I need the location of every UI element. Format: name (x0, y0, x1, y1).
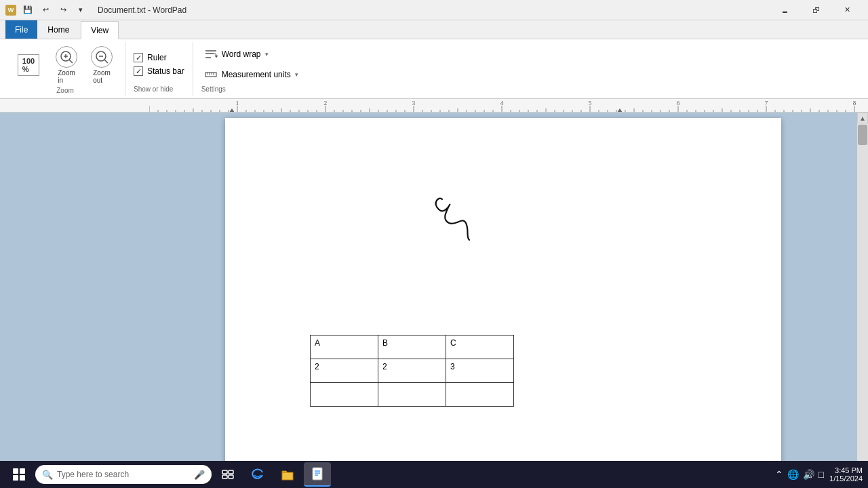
settings-group: Word wrap ▾ Measurement units ▾ Settings (193, 42, 309, 96)
microphone-icon: 🎤 (194, 470, 205, 480)
table-row-2 (311, 383, 514, 407)
zoom-group-label: Zoom (56, 87, 74, 94)
start-square-2 (20, 468, 25, 474)
quick-access-toolbar: 💾 ↩ ↪ ▾ (20, 3, 88, 18)
clock-time: 3:45 PM (829, 466, 863, 474)
zoom-100-text: 100% (22, 57, 35, 73)
measurement-units-dropdown-arrow: ▾ (295, 71, 298, 78)
table-row-1: 2 2 3 (311, 359, 514, 383)
table-cell-c: C (446, 336, 514, 359)
main-area: A B C 2 2 3 ▲ (0, 113, 868, 470)
ruler-container (0, 99, 868, 113)
edge-browser-button[interactable] (244, 462, 271, 487)
svg-line-3 (69, 60, 73, 63)
document-area: A B C 2 2 3 (149, 113, 857, 470)
statusbar-label: Status bar (147, 66, 184, 76)
tab-file[interactable]: File (5, 20, 37, 39)
tray-up-arrow[interactable]: ⌃ (775, 469, 783, 480)
zoom-100-icon: 100% (18, 54, 39, 76)
svg-rect-20 (313, 468, 322, 480)
redo-button[interactable]: ↪ (56, 3, 71, 18)
measurement-units-button[interactable]: Measurement units ▾ (201, 66, 301, 83)
clock-date: 1/15/2024 (829, 474, 863, 483)
clock[interactable]: 3:45 PM 1/15/2024 (829, 466, 863, 483)
zoom-in-button[interactable]: Zoomin (52, 45, 81, 85)
ruler-checkbox-item[interactable]: Ruler (134, 53, 184, 62)
svg-rect-15 (222, 470, 227, 474)
start-button[interactable] (5, 462, 33, 487)
file-explorer-button[interactable] (274, 462, 301, 487)
action-center-icon[interactable]: □ (818, 469, 824, 480)
speaker-icon[interactable]: 🔊 (803, 469, 814, 480)
ribbon-content: 100% Zoomin (0, 39, 868, 99)
word-wrap-dropdown-arrow: ▾ (265, 51, 269, 58)
table-cell-b: B (378, 336, 446, 359)
scroll-up-arrow[interactable]: ▲ (857, 113, 868, 123)
task-view-button[interactable] (214, 462, 241, 487)
vertical-scrollbar[interactable]: ▲ (857, 113, 868, 470)
ruler-label: Ruler (147, 53, 167, 62)
quick-access-dropdown[interactable]: ▾ (73, 3, 88, 18)
wordpad-icon (310, 466, 325, 481)
statusbar-checkbox-item[interactable]: Status bar (134, 66, 184, 76)
svg-rect-16 (229, 470, 233, 474)
table-cell-a: A (311, 336, 378, 359)
measurement-units-label: Measurement units (222, 70, 291, 79)
tab-home[interactable]: Home (37, 20, 79, 39)
search-placeholder: Type here to search (57, 470, 190, 479)
scrollbar-thumb[interactable] (858, 125, 867, 145)
zoom-group: 100% Zoomin (5, 42, 125, 96)
document-table: A B C 2 2 3 (310, 335, 514, 407)
table-header-row: A B C (311, 336, 514, 359)
close-button[interactable]: ✕ (831, 0, 863, 20)
table-cell-2a: 2 (311, 359, 378, 383)
settings-items: Word wrap ▾ Measurement units ▾ (201, 45, 301, 84)
tray-icons: ⌃ 🌐 🔊 □ (775, 469, 824, 480)
svg-line-6 (104, 60, 108, 63)
zoom-in-label: Zoomin (58, 69, 75, 84)
table-cell-3c (446, 383, 514, 407)
network-icon[interactable]: 🌐 (787, 469, 799, 480)
statusbar-checkbox[interactable] (134, 66, 143, 76)
task-view-icon (221, 469, 235, 480)
file-explorer-icon (280, 467, 295, 482)
search-icon: 🔍 (42, 470, 53, 480)
save-button[interactable]: 💾 (20, 3, 35, 18)
drawing-area (429, 186, 510, 256)
zoom-buttons: 100% Zoomin (14, 45, 117, 85)
wordpad-button[interactable] (304, 462, 331, 487)
zoom-in-icon (56, 46, 77, 68)
undo-button[interactable]: ↩ (38, 3, 53, 18)
document-page: A B C 2 2 3 (225, 118, 781, 470)
tab-view[interactable]: View (81, 21, 119, 39)
svg-rect-19 (282, 472, 293, 480)
word-wrap-button[interactable]: Word wrap ▾ (201, 46, 301, 62)
window-controls: 🗕 🗗 ✕ (769, 0, 863, 20)
start-square-4 (20, 475, 25, 481)
title-bar-left: W 💾 ↩ ↪ ▾ Document.txt - WordPad (5, 3, 186, 18)
svg-rect-10 (205, 73, 216, 77)
showhide-items: Ruler Status bar (134, 45, 184, 84)
minimize-button[interactable]: 🗕 (769, 0, 800, 20)
title-bar: W 💾 ↩ ↪ ▾ Document.txt - WordPad 🗕 🗗 ✕ (0, 0, 868, 20)
zoom-out-button[interactable]: Zoomout (87, 45, 117, 85)
taskbar-search[interactable]: 🔍 Type here to search 🎤 (35, 465, 212, 484)
zoom-out-label: Zoomout (93, 69, 111, 84)
svg-rect-18 (229, 475, 233, 479)
edge-icon (250, 467, 265, 482)
table-cell-3b (378, 383, 446, 407)
start-square-1 (13, 468, 18, 474)
showhide-group-label: Show or hide (134, 85, 184, 93)
windows-icon (13, 468, 25, 481)
table-cell-2c: 3 (446, 359, 514, 383)
table-cell-2b: 2 (378, 359, 446, 383)
window-title: Document.txt - WordPad (98, 5, 186, 15)
zoom-100-button[interactable]: 100% (14, 53, 43, 77)
maximize-button[interactable]: 🗗 (800, 0, 831, 20)
app-icon: W (5, 5, 16, 16)
handwriting-svg (429, 186, 510, 253)
taskbar-right: ⌃ 🌐 🔊 □ 3:45 PM 1/15/2024 (775, 466, 863, 483)
ribbon-tabs: File Home View (0, 20, 868, 39)
settings-group-label: Settings (201, 85, 301, 93)
ruler-checkbox[interactable] (134, 53, 143, 62)
